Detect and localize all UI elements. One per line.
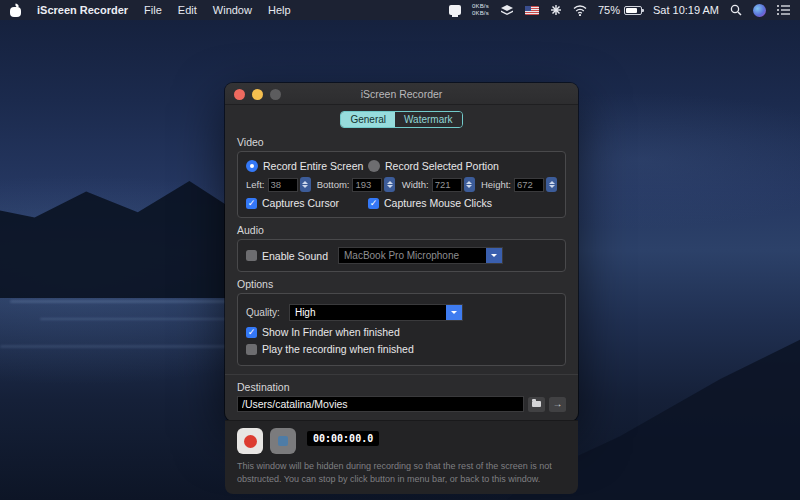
- menubar-app-name[interactable]: iScreen Recorder: [37, 4, 128, 16]
- audio-device-value: MacBook Pro Microphone: [339, 250, 486, 261]
- audio-section-label: Audio: [237, 224, 566, 236]
- layers-icon[interactable]: [500, 5, 514, 16]
- record-selected-portion-radio[interactable]: Record Selected Portion: [368, 160, 499, 172]
- options-section-label: Options: [237, 278, 566, 290]
- search-icon[interactable]: [730, 4, 742, 16]
- open-destination-button[interactable]: →: [549, 397, 566, 412]
- tab-segmented-control: General Watermark: [340, 111, 462, 128]
- battery-percent: 75%: [598, 4, 620, 16]
- stop-button[interactable]: [270, 428, 296, 454]
- menu-edit[interactable]: Edit: [178, 4, 197, 16]
- quality-label: Quality:: [246, 307, 280, 318]
- window-titlebar[interactable]: iScreen Recorder: [225, 83, 578, 105]
- left-stepper[interactable]: [300, 177, 311, 192]
- checkbox-checked-icon: [246, 198, 257, 209]
- app-status-icon[interactable]: [449, 5, 461, 15]
- width-stepper[interactable]: [464, 177, 475, 192]
- video-groupbox: Record Entire Screen Record Selected Por…: [237, 151, 566, 218]
- record-entire-screen-radio[interactable]: Record Entire Screen: [246, 160, 368, 172]
- captures-mouse-clicks-checkbox[interactable]: Captures Mouse Clicks: [368, 197, 492, 209]
- left-field[interactable]: [268, 178, 298, 192]
- network-down-speed: 0KB/s: [472, 10, 489, 17]
- recording-timer: 00:00:00.0: [307, 431, 379, 446]
- checkbox-unchecked-icon: [246, 250, 257, 261]
- window-title: iScreen Recorder: [361, 88, 443, 100]
- quality-value: High: [290, 307, 446, 318]
- checkbox-unchecked-icon: [246, 344, 257, 355]
- arrow-right-icon: →: [553, 399, 563, 409]
- quality-dropdown[interactable]: High: [289, 304, 463, 321]
- destination-section: Destination →: [225, 374, 578, 412]
- choose-folder-button[interactable]: [528, 397, 545, 412]
- video-section-label: Video: [237, 136, 566, 148]
- list-icon[interactable]: [777, 5, 790, 15]
- checkbox-checked-icon: [368, 198, 379, 209]
- tab-watermark[interactable]: Watermark: [395, 112, 462, 127]
- record-icon: [244, 435, 257, 448]
- height-field[interactable]: [514, 178, 544, 192]
- height-stepper[interactable]: [546, 177, 557, 192]
- play-recording-checkbox[interactable]: Play the recording when finished: [246, 343, 557, 355]
- audio-groupbox: Enable Sound MacBook Pro Microphone: [237, 239, 566, 272]
- destination-path-input[interactable]: [237, 396, 524, 412]
- battery-icon: [624, 6, 642, 15]
- siri-icon[interactable]: [753, 4, 766, 17]
- height-field-label: Height:: [481, 179, 511, 190]
- checkbox-checked-icon: [246, 327, 257, 338]
- captures-cursor-checkbox[interactable]: Captures Cursor: [246, 197, 368, 209]
- bottom-stepper[interactable]: [384, 177, 395, 192]
- us-flag-icon[interactable]: [525, 6, 539, 15]
- zoom-button-disabled: [270, 89, 281, 100]
- show-in-finder-checkbox[interactable]: Show In Finder when finished: [246, 326, 557, 338]
- desktop-wallpaper: iScreen Recorder File Edit Window Help 0…: [0, 0, 800, 500]
- enable-sound-checkbox[interactable]: Enable Sound: [246, 250, 328, 262]
- width-field[interactable]: [432, 178, 462, 192]
- battery-indicator[interactable]: 75%: [598, 4, 642, 16]
- wifi-icon[interactable]: [573, 5, 587, 16]
- iscreen-recorder-window: iScreen Recorder General Watermark Video…: [225, 83, 578, 421]
- fan-icon[interactable]: [550, 4, 562, 16]
- destination-section-label: Destination: [237, 381, 566, 393]
- menu-help[interactable]: Help: [268, 4, 291, 16]
- bottom-field-label: Bottom:: [317, 179, 350, 190]
- radio-unselected-icon: [368, 160, 380, 172]
- folder-icon: [532, 401, 541, 407]
- radio-selected-icon: [246, 160, 258, 172]
- footer-note: This window will be hidden during record…: [237, 460, 566, 485]
- menu-window[interactable]: Window: [213, 4, 252, 16]
- recording-footer: 00:00:00.0 This window will be hidden du…: [225, 420, 578, 494]
- stop-icon: [278, 436, 288, 446]
- bottom-field[interactable]: [352, 178, 382, 192]
- chevron-down-icon: [486, 248, 502, 263]
- options-groupbox: Quality: High Show In Finder when finish…: [237, 293, 566, 366]
- apple-icon[interactable]: [10, 4, 21, 17]
- network-speed-indicator[interactable]: 0KB/s 0KB/s: [472, 3, 489, 17]
- chevron-down-icon: [446, 305, 462, 320]
- close-button[interactable]: [234, 89, 245, 100]
- network-up-speed: 0KB/s: [472, 3, 489, 10]
- menu-file[interactable]: File: [144, 4, 162, 16]
- record-button[interactable]: [237, 428, 263, 454]
- menu-bar: iScreen Recorder File Edit Window Help 0…: [0, 0, 800, 20]
- menubar-clock[interactable]: Sat 10:19 AM: [653, 4, 719, 16]
- minimize-button[interactable]: [252, 89, 263, 100]
- width-field-label: Width:: [402, 179, 429, 190]
- left-field-label: Left:: [246, 179, 265, 190]
- tab-general[interactable]: General: [341, 112, 395, 127]
- audio-device-dropdown[interactable]: MacBook Pro Microphone: [338, 247, 503, 264]
